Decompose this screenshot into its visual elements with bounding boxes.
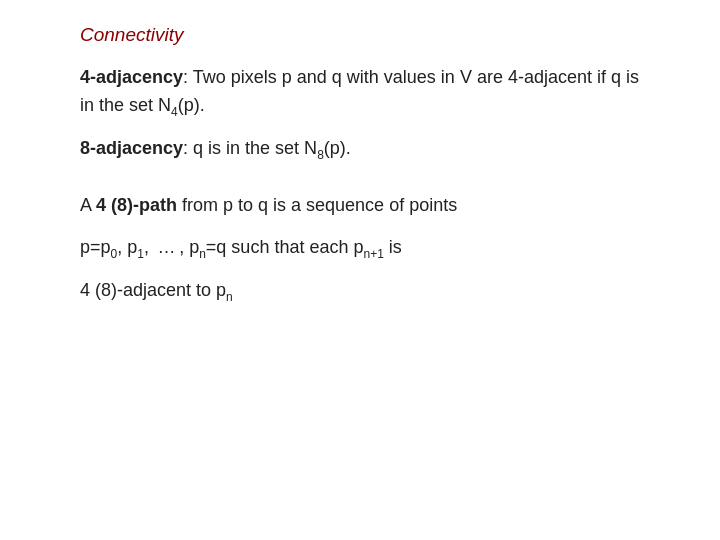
label-8adjacency: 8-adjacency <box>80 138 183 158</box>
text-path-intro: A 4 (8)-path from p to q is a sequence o… <box>80 195 457 215</box>
text-8adjacency: : q is in the set N8(p). <box>183 138 351 158</box>
text-path-sequence: p=p0, p1, … , pn=q such that each pn+1 i… <box>80 237 402 257</box>
page-title: Connectivity <box>80 24 650 46</box>
text-path-adjacent: 4 (8)-adjacent to pn <box>80 280 233 300</box>
label-4adjacency: 4-adjacency <box>80 67 183 87</box>
paragraph-path-adjacent: 4 (8)-adjacent to pn <box>80 277 650 306</box>
paragraph-8adjacency: 8-adjacency: q is in the set N8(p). <box>80 135 650 164</box>
paragraph-4adjacency: 4-adjacency: Two pixels p and q with val… <box>80 64 650 121</box>
content-block: 4-adjacency: Two pixels p and q with val… <box>80 64 650 321</box>
paragraph-path: A 4 (8)-path from p to q is a sequence o… <box>80 192 650 220</box>
page-container: Connectivity 4-adjacency: Two pixels p a… <box>0 0 720 540</box>
paragraph-path-sequence: p=p0, p1, … , pn=q such that each pn+1 i… <box>80 234 650 263</box>
